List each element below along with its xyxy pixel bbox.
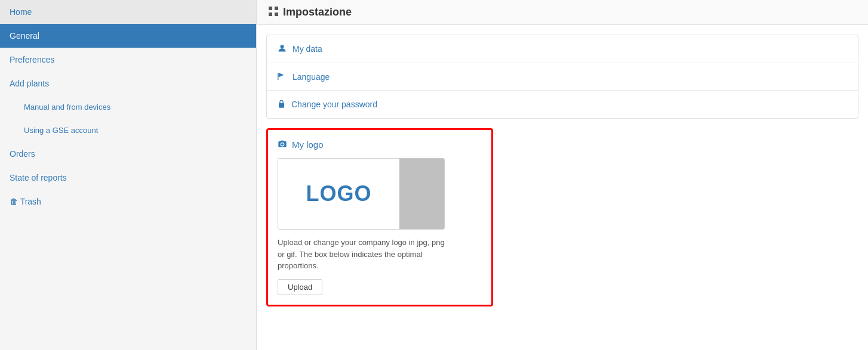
lock-icon [278,99,285,110]
logo-preview-box: LOGO [278,158,445,230]
svg-rect-2 [269,13,272,16]
svg-point-8 [281,143,284,145]
my-data-label: My data [293,44,322,54]
svg-marker-6 [279,73,284,78]
sidebar-item-general[interactable]: General [0,24,256,48]
my-logo-section: My logo LOGO Upload or change your compa… [266,128,493,306]
page-header: ​ Impostazione [257,0,868,25]
sidebar-item-preferences[interactable]: Preferences [0,48,256,72]
flag-icon [278,72,287,82]
svg-rect-3 [275,13,278,16]
sidebar-item-manual-devices[interactable]: Manual and from devices [0,95,256,119]
upload-button[interactable]: Upload [278,279,322,295]
language-item[interactable]: Language [267,63,858,91]
sidebar-item-gse-account[interactable]: Using a GSE account [0,119,256,142]
sidebar-item-state-reports[interactable]: State of reports [0,166,256,190]
sidebar-item-add-plants[interactable]: Add plants [0,72,256,95]
svg-rect-7 [279,103,284,108]
logo-gray-placeholder [399,159,444,229]
user-icon [278,44,287,54]
logo-section-title: My logo [292,140,324,150]
svg-rect-0 [269,7,272,10]
logo-text-area: LOGO [278,159,399,229]
svg-rect-5 [278,73,279,80]
sidebar-item-orders[interactable]: Orders [0,142,256,166]
change-password-item[interactable]: Change your password [267,91,858,118]
sidebar-item-trash[interactable]: 🗑 Trash [0,190,256,213]
svg-rect-1 [275,7,278,10]
sidebar-item-home[interactable]: Home [0,0,256,24]
svg-point-4 [281,45,284,48]
sidebar: Home General Preferences Add plants Manu… [0,0,257,350]
logo-section-header: My logo [278,140,482,150]
page-title: Impostazione [283,6,352,18]
settings-section-list: My data Language Change your password [266,35,858,119]
grid-icon: ​ [269,7,278,18]
logo-text: LOGO [306,181,372,206]
camera-icon [278,140,287,150]
my-data-item[interactable]: My data [267,35,858,63]
trash-icon: 🗑 [10,197,20,206]
logo-description: Upload or change your company logo in jp… [278,237,445,272]
change-password-label: Change your password [291,100,377,109]
main-content: ​ Impostazione My data Langu [257,0,868,350]
language-label: Language [293,72,330,82]
